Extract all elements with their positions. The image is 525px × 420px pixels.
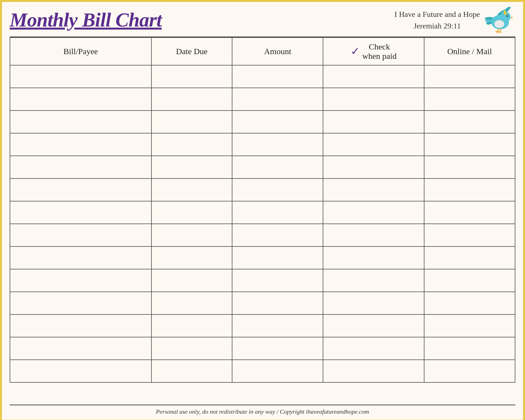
table-row [10, 269, 515, 292]
table-row [10, 88, 515, 111]
table-cell [323, 246, 424, 269]
table-cell [10, 269, 151, 292]
table-cell [424, 179, 515, 201]
header: Monthly Bill Chart I Have a Future and a… [10, 7, 515, 37]
table-cell [151, 156, 232, 179]
footer-text: Personal use only, do not redistribute i… [156, 408, 369, 415]
table-cell [232, 314, 323, 337]
col-header-bill-payee: Bill/Payee [10, 38, 151, 65]
table-cell [424, 88, 515, 111]
svg-marker-10 [511, 17, 513, 18]
table-cell [323, 179, 424, 201]
table-cell [323, 314, 424, 337]
table-cell [232, 133, 323, 156]
table-cell [10, 156, 151, 179]
table-cell [424, 224, 515, 246]
table-cell [232, 88, 323, 111]
table-cell [424, 246, 515, 269]
table-cell [151, 292, 232, 314]
table-cell [10, 337, 151, 360]
table-cell [151, 179, 232, 201]
table-cell [323, 269, 424, 292]
table-cell [232, 179, 323, 201]
table-cell [232, 269, 323, 292]
table-cell [151, 337, 232, 360]
title-area: Monthly Bill Chart [10, 9, 162, 31]
table-row [10, 224, 515, 246]
table-cell [10, 360, 151, 382]
col-header-amount: Amount [232, 38, 323, 65]
table-cell [151, 111, 232, 133]
table-cell [232, 201, 323, 224]
table-cell [232, 156, 323, 179]
col-header-check-when-paid: ✓ Check when paid [323, 38, 424, 65]
table-cell [424, 133, 515, 156]
table-body [10, 65, 515, 382]
page-title: Monthly Bill Chart [10, 9, 162, 31]
table-cell [323, 201, 424, 224]
table-cell [232, 224, 323, 246]
table-row [10, 111, 515, 133]
table-row [10, 337, 515, 360]
page-wrapper: Monthly Bill Chart I Have a Future and a… [1, 1, 524, 420]
table-cell [10, 314, 151, 337]
table-cell [151, 133, 232, 156]
table-cell [424, 65, 515, 88]
table-cell [10, 179, 151, 201]
table-cell [151, 314, 232, 337]
svg-point-9 [507, 15, 508, 16]
table-cell [323, 224, 424, 246]
table-cell [151, 88, 232, 111]
table-cell [424, 111, 515, 133]
table-row [10, 65, 515, 88]
table-row [10, 201, 515, 224]
table-cell [10, 201, 151, 224]
table-header-row: Bill/Payee Date Due Amount ✓ Check w [10, 38, 515, 65]
table-cell [10, 133, 151, 156]
col-header-online-mail: Online / Mail [424, 38, 515, 65]
table-cell [424, 156, 515, 179]
bill-table: Bill/Payee Date Due Amount ✓ Check w [10, 37, 515, 383]
table-row [10, 179, 515, 201]
table-cell [10, 88, 151, 111]
table-cell [424, 337, 515, 360]
table-cell [151, 246, 232, 269]
table-row [10, 314, 515, 337]
table-cell [151, 224, 232, 246]
table-cell [10, 224, 151, 246]
bill-table-wrapper: Bill/Payee Date Due Amount ✓ Check w [10, 37, 515, 405]
table-row [10, 156, 515, 179]
table-cell [151, 360, 232, 382]
table-cell [232, 292, 323, 314]
table-cell [232, 246, 323, 269]
table-cell [424, 269, 515, 292]
svg-line-14 [495, 31, 497, 32]
table-cell [232, 360, 323, 382]
table-cell [151, 201, 232, 224]
table-row [10, 133, 515, 156]
bird-icon [485, 7, 515, 33]
table-cell [323, 133, 424, 156]
table-cell [424, 292, 515, 314]
tagline-area: I Have a Future and a Hope Jeremiah 29:1… [395, 7, 515, 33]
tagline-text: I Have a Future and a Hope Jeremiah 29:1… [395, 9, 480, 32]
table-cell [323, 360, 424, 382]
table-cell [424, 314, 515, 337]
table-cell [151, 65, 232, 88]
table-cell [424, 360, 515, 382]
table-cell [10, 292, 151, 314]
table-cell [323, 337, 424, 360]
table-cell [10, 246, 151, 269]
table-cell [323, 156, 424, 179]
table-cell [232, 65, 323, 88]
col-header-date-due: Date Due [151, 38, 232, 65]
table-cell [424, 201, 515, 224]
footer: Personal use only, do not redistribute i… [10, 405, 515, 417]
table-cell [10, 65, 151, 88]
table-cell [151, 269, 232, 292]
table-cell [232, 337, 323, 360]
table-row [10, 246, 515, 269]
table-cell [323, 88, 424, 111]
table-cell [323, 111, 424, 133]
table-row [10, 360, 515, 382]
